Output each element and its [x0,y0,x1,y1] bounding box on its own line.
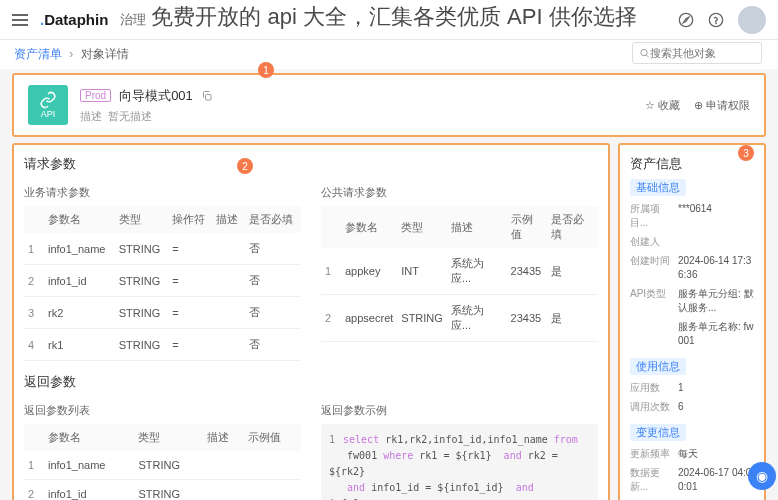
search-box[interactable] [632,42,762,64]
annotation-2: 2 [237,158,253,174]
params-panel: 请求参数 业务请求参数 参数名类型操作符描述是否必填1info1_nameSTR… [12,143,610,500]
float-button[interactable]: ◉ [748,462,776,490]
info-row: 服务单元名称: fw001 [630,320,754,348]
info-row: 应用数1 [630,381,754,395]
apply-button[interactable]: ⊕ 申请权限 [694,98,750,113]
pub-req-title: 公共请求参数 [321,185,598,200]
asset-title: 资产信息 [630,155,754,173]
avatar[interactable] [738,6,766,34]
table-row: 3rk2STRING=否 [24,297,301,329]
logo: .Dataphin [40,11,108,28]
search-icon [639,47,650,59]
req-title: 请求参数 [24,155,598,173]
badge-prod: Prod [80,89,111,102]
breadcrumb-root[interactable]: 资产清单 [14,47,62,61]
info-row: 更新频率每天 [630,447,754,461]
info-tag: 变更信息 [630,424,686,441]
table-row: 2info1_idSTRING=否 [24,265,301,297]
info-row: 所属项目...***0614 [630,202,754,230]
breadcrumb-current: 对象详情 [81,47,129,61]
table-row: 4rk1STRING=否 [24,329,301,361]
search-input[interactable] [650,47,755,59]
help-icon[interactable] [708,12,724,28]
pub-req-table: 参数名类型描述示例值是否必填1appkeyINT系统为应...23435是2ap… [321,206,598,342]
info-row: API类型服务单元分组: 默认服务... [630,287,754,315]
annotation-3: 3 [738,145,754,161]
fav-button[interactable]: ☆ 收藏 [645,98,680,113]
ret-example-title: 返回参数示例 [321,403,598,418]
ret-list-title: 返回参数列表 [24,403,301,418]
compass-icon[interactable] [678,12,694,28]
hero-desc: 描述 暂无描述 [80,109,633,124]
nav-item[interactable]: 治理 [120,11,146,29]
svg-point-4 [641,49,647,55]
svg-line-5 [646,55,648,57]
ret-title: 返回参数 [24,373,598,391]
info-row: 创建时间2024-06-14 17:36:36 [630,254,754,282]
info-tag: 基础信息 [630,179,686,196]
table-row: 1info1_nameSTRING=否 [24,233,301,265]
biz-req-table: 参数名类型操作符描述是否必填1info1_nameSTRING=否2info1_… [24,206,301,361]
table-row: 1info1_nameSTRING [24,451,301,480]
info-tag: 使用信息 [630,358,686,375]
asset-panel: 资产信息 基础信息所属项目...***0614创建人创建时间2024-06-14… [618,143,766,500]
svg-point-2 [709,13,722,26]
hero-panel: API Prod 向导模式001 描述 暂无描述 ☆ 收藏 ⊕ 申请权限 [12,73,766,137]
topbar: .Dataphin 治理 [0,0,778,40]
code-example: 1select rk1,rk2,info1_id,info1_name from… [321,424,598,500]
menu-icon[interactable] [12,14,28,26]
copy-icon[interactable] [201,90,213,102]
svg-rect-6 [205,94,211,100]
table-row: 1appkeyINT系统为应...23435是 [321,248,598,295]
svg-point-3 [716,23,717,24]
biz-req-title: 业务请求参数 [24,185,301,200]
page-title: 向导模式001 [119,87,193,105]
info-row: 数据更新...2024-06-17 04:00:01 [630,466,754,494]
svg-marker-1 [683,17,688,22]
info-row: 调用次数6 [630,400,754,414]
ret-table: 参数名类型描述示例值1info1_nameSTRING2info1_idSTRI… [24,424,301,500]
table-row: 2appsecretSTRING系统为应...23435是 [321,295,598,342]
api-icon: API [28,85,68,125]
svg-point-0 [679,13,692,26]
table-row: 2info1_idSTRING [24,480,301,501]
annotation-1: 1 [258,62,274,78]
info-row: 创建人 [630,235,754,249]
